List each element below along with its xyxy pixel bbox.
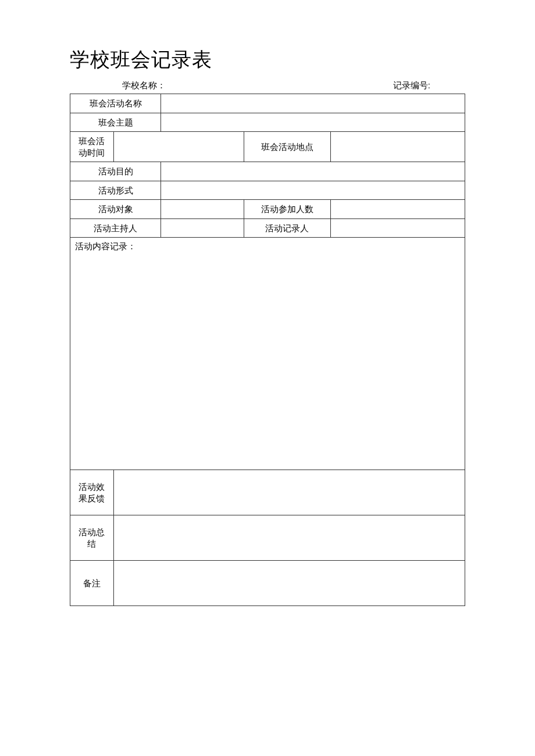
label-location: 班会活动地点 [244, 132, 330, 162]
value-recorder [331, 218, 465, 238]
value-target [161, 200, 244, 219]
label-feedback: 活动效果反馈 [70, 470, 114, 515]
record-table: 班会活动名称 班会主题 班会活动时间 班会活动地点 活动目的 活动形式 活动对象… [70, 94, 465, 606]
label-activity-name: 班会活动名称 [70, 94, 161, 113]
row-content: 活动内容记录： [70, 238, 465, 470]
page-title: 学校班会记录表 [70, 46, 465, 73]
label-content: 活动内容记录： [70, 238, 465, 470]
label-time: 班会活动时间 [70, 132, 114, 162]
row-host-recorder: 活动主持人 活动记录人 [70, 218, 465, 238]
label-form: 活动形式 [70, 181, 161, 200]
label-purpose: 活动目的 [70, 162, 161, 181]
school-name-label: 学校名称： [122, 80, 166, 91]
value-purpose [161, 162, 465, 181]
value-host [161, 218, 244, 238]
label-remark: 备注 [70, 561, 114, 606]
row-activity-name: 班会活动名称 [70, 94, 465, 113]
row-target-participants: 活动对象 活动参加人数 [70, 200, 465, 219]
label-recorder: 活动记录人 [244, 218, 330, 238]
value-theme [161, 113, 465, 132]
row-purpose: 活动目的 [70, 162, 465, 181]
meta-row: 学校名称： 记录编号: [70, 80, 465, 94]
label-host: 活动主持人 [70, 218, 161, 238]
value-remark [113, 561, 465, 606]
value-activity-name [161, 94, 465, 113]
value-location [331, 132, 465, 162]
value-participants [331, 200, 465, 219]
row-theme: 班会主题 [70, 113, 465, 132]
row-summary: 活动总结 [70, 515, 465, 561]
record-no-label: 记录编号: [393, 80, 430, 91]
label-theme: 班会主题 [70, 113, 161, 132]
label-summary: 活动总结 [70, 515, 114, 561]
value-feedback [113, 470, 465, 515]
row-time-location: 班会活动时间 班会活动地点 [70, 132, 465, 162]
label-target: 活动对象 [70, 200, 161, 219]
row-form: 活动形式 [70, 181, 465, 200]
value-form [161, 181, 465, 200]
row-feedback: 活动效果反馈 [70, 470, 465, 515]
row-remark: 备注 [70, 561, 465, 606]
value-time [113, 132, 244, 162]
value-summary [113, 515, 465, 561]
label-participants: 活动参加人数 [244, 200, 330, 219]
